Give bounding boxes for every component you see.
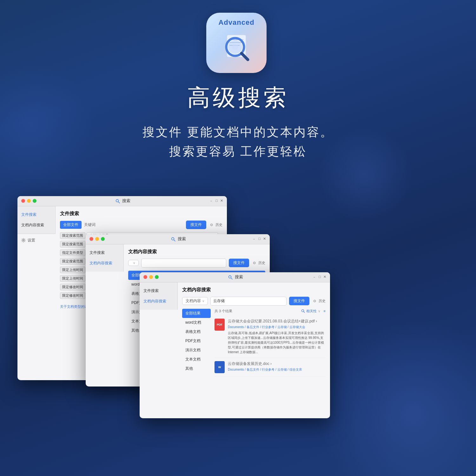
close-button-2[interactable]: [89, 237, 93, 241]
app-icon: Advanced: [206, 13, 270, 76]
main-title: 高级搜索: [187, 83, 289, 113]
pdf-icon-1: PDF: [215, 319, 225, 331]
search-row-1: 全部文件 关键词 搜文件 ⊙ 历史: [60, 221, 222, 229]
search-btn-1[interactable]: 搜文件: [186, 221, 206, 229]
search-type-btn-1[interactable]: 全部文件: [60, 221, 82, 229]
minimize-button-1[interactable]: [27, 199, 31, 203]
window-title-3: 搜索: [159, 274, 313, 280]
main-content-3: 文档内容搜索 文档内容 ∨ 云存储 搜文件 ⊙ 历史: [178, 282, 330, 418]
subtitle-line1: 搜文件 更能文档中的文本内容。: [142, 122, 334, 142]
ct-other-3[interactable]: 其他: [182, 364, 211, 373]
section-title-3: 文档内容搜索: [182, 287, 326, 293]
settings-label-1: 设置: [28, 238, 35, 243]
sidebar-item-doc-search-1[interactable]: 文档内容搜索: [17, 220, 55, 230]
window-title-2: 搜索: [105, 236, 252, 242]
result-count: 共 3 个结果: [215, 309, 232, 314]
svg-point-11: [172, 237, 174, 240]
svg-line-9: [118, 202, 120, 203]
app-icon-text: Advanced: [218, 18, 254, 27]
result-path-1: Documents / 备忘文件 / 行业参考 / 云存储 / 云存储大会: [228, 325, 326, 329]
sidebar-item-file-search-2[interactable]: 文件搜索: [86, 248, 123, 258]
history-btn-1[interactable]: 历史: [215, 222, 222, 227]
svg-point-7: [232, 44, 238, 50]
results-panel: 共 3 个结果 相关性 ∨ ≡: [215, 309, 326, 418]
sidebar-1: 文件搜索 文档内容搜索: [17, 206, 56, 234]
result-content-1: 云存储大会会议纪要.2021.08.03.会议总结+建议.pdf › Docum…: [228, 319, 326, 354]
section-title-2: 文档内容搜索: [128, 249, 265, 255]
search-small-icon: [301, 309, 305, 313]
history-btn-3[interactable]: 历史: [319, 299, 326, 303]
ct-table-3[interactable]: 表格文档: [182, 327, 211, 336]
search-value-field[interactable]: 云存储: [210, 297, 287, 306]
sidebar-item-doc-search-3[interactable]: 文档内容搜索: [140, 296, 177, 307]
ct-pdf-3[interactable]: PDF文档: [182, 336, 211, 346]
svg-line-12: [174, 240, 175, 241]
result-item-1: PDF 云存储大会会议纪要.2021.08.03.会议总结+建议.pdf › D…: [215, 315, 326, 358]
close-button-3[interactable]: [143, 275, 147, 279]
window-controls-right-3: － □ ✕: [313, 275, 326, 280]
ct-text-3[interactable]: 文本文档: [182, 355, 211, 364]
sidebar-2: 文件搜索 文档内容搜索: [86, 244, 124, 272]
maximize-button-2[interactable]: [101, 237, 105, 241]
search-icon-title: [116, 199, 120, 203]
result-excerpt-1: 云存储,高可靠,低成本,易扩展,API接口丰富,开发文档丰富全面,支持跨区域同步…: [228, 331, 326, 354]
gear-icon: [21, 238, 26, 242]
history-btn-2[interactable]: 历史: [258, 261, 265, 265]
window-controls-3: [143, 275, 159, 279]
window-controls-2: [89, 237, 105, 241]
sidebar-3: 文件搜索 文档内容搜索: [140, 282, 178, 310]
svg-line-14: [231, 278, 232, 279]
magnifier-icon: [217, 29, 255, 63]
subtitle: 搜文件 更能文档中的文本内容。 搜索更容易 工作更轻松: [142, 122, 334, 161]
screenshots-area: 搜索 － □ ✕ 文件搜索 文档内容搜索 设置: [0, 187, 476, 409]
search-btn-3[interactable]: 搜文件: [289, 297, 309, 305]
svg-point-8: [116, 199, 119, 202]
titlebar-1: 搜索 － □ ✕: [17, 196, 227, 206]
window-results: 搜索 － □ ✕ 文件搜索 文档内容搜索 文档内容搜索: [140, 272, 330, 418]
search-row-3: 文档内容 ∨ 云存储 搜文件 ⊙ 历史: [182, 297, 326, 306]
titlebar-3: 搜索 － □ ✕: [140, 272, 330, 282]
window-controls-1: [21, 199, 36, 203]
content-type-list-3: 全部结果 word文档 表格文档 PDF文档 演示文档 文本文档 其他: [182, 309, 211, 418]
titlebar-2: 搜索 － □ ✕: [86, 234, 270, 244]
filter-toggle[interactable]: ≡: [324, 309, 326, 313]
svg-line-16: [303, 312, 305, 313]
result-path-2: Documents / 备忘文件 / 行业参考 / 云存储 / 综合文库: [228, 367, 326, 372]
search-btn-2[interactable]: 搜文件: [229, 259, 249, 267]
results-layout: 全部结果 word文档 表格文档 PDF文档 演示文档 文本文档 其他 共 3 …: [182, 309, 326, 418]
result-title-2[interactable]: 云存储设备发展历史.doc ›: [228, 361, 326, 367]
sidebar-item-file-search-3[interactable]: 文件搜索: [140, 286, 177, 296]
svg-point-13: [229, 275, 231, 278]
ct-presentation-3[interactable]: 演示文档: [182, 346, 211, 355]
search-icon-title-3: [228, 275, 233, 280]
window-controls-right-2: － □ ✕: [252, 237, 266, 241]
minimize-button-3[interactable]: [149, 275, 153, 279]
subtitle-line2: 搜索更容易 工作更轻松: [142, 142, 334, 161]
window-title-1: 搜索: [36, 198, 209, 204]
word-icon-2: W: [215, 361, 225, 373]
sort-row: 共 3 个结果 相关性 ∨ ≡: [215, 309, 326, 314]
ct-all-results-3[interactable]: 全部结果: [182, 309, 211, 318]
maximize-button-3[interactable]: [155, 275, 159, 279]
window-controls-right-1: － □ ✕: [209, 199, 223, 203]
minimize-button-2[interactable]: [95, 237, 99, 241]
section-title-1: 文件搜索: [60, 211, 222, 217]
result-title-1[interactable]: 云存储大会会议纪要.2021.08.03.会议总结+建议.pdf ›: [228, 319, 326, 324]
maximize-button-1[interactable]: [33, 199, 36, 203]
result-item-2: W 云存储设备发展历史.doc › Documents / 备忘文件 / 行业参…: [215, 358, 326, 377]
svg-point-10: [23, 240, 24, 241]
close-button-1[interactable]: [21, 199, 25, 203]
ct-word-3[interactable]: word文档: [182, 318, 211, 327]
sidebar-item-doc-search-2[interactable]: 文档内容搜索: [86, 258, 123, 268]
sort-button[interactable]: 相关性: [306, 309, 317, 314]
search-icon-title-2: [171, 237, 175, 241]
search-row-2: ∨ 搜文件 ⊙ 历史: [128, 259, 265, 268]
result-content-2: 云存储设备发展历史.doc › Documents / 备忘文件 / 行业参考 …: [228, 361, 326, 373]
sidebar-item-file-search-1[interactable]: 文件搜索: [17, 209, 55, 220]
settings-area-1[interactable]: 设置: [17, 234, 56, 247]
